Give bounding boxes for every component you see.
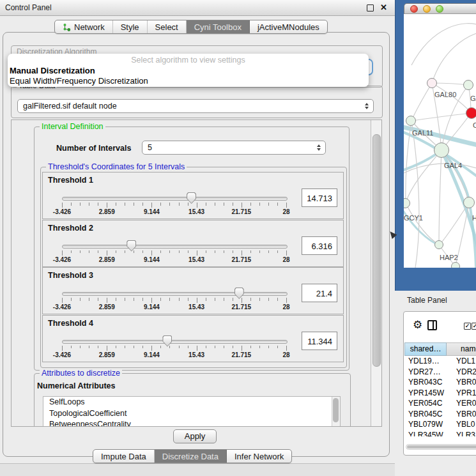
control-panel: Control Panel ✕ NetworkStyleSelectCyni T… [0, 0, 395, 476]
dropdown-option[interactable]: Manual Discretization [10, 66, 95, 75]
slider-tick-label: 2.859 [99, 256, 115, 263]
tab-cyni-toolbox[interactable]: Cyni Toolbox [187, 20, 250, 33]
network-node-gal4[interactable] [434, 142, 449, 158]
split-view-icon[interactable] [427, 320, 437, 330]
table-row[interactable]: YPR145WYPR1 [404, 388, 476, 399]
network-node-ga[interactable] [463, 80, 473, 90]
network-node-h[interactable] [463, 197, 475, 208]
threshold-panel: Threshold 2-3.4262.8599.14415.4321.71528… [42, 220, 344, 267]
node-label: C [473, 121, 476, 129]
numerical-attributes-list[interactable]: SelfLoopsTopologicalCoefficientBetweenne… [43, 396, 341, 427]
node-label: GAL4 [444, 162, 462, 169]
tab-discretize-data[interactable]: Discretize Data [155, 450, 227, 463]
column-header-name[interactable]: name [447, 342, 476, 356]
attributes-group-label: Attributes to discretize [40, 369, 122, 378]
node-label: HAP2 [440, 254, 458, 261]
mac-zoom-button[interactable] [436, 5, 443, 13]
threshold-value-field[interactable]: 11.344 [302, 332, 337, 350]
cell-shared-name: YDL19… [408, 357, 440, 365]
slider-track[interactable] [62, 340, 288, 344]
algorithm-dropdown-popup: Select algorithm to view settings Manual… [8, 54, 369, 87]
mac-minimize-button[interactable] [423, 5, 431, 13]
column-header-shared-name[interactable]: shared… [404, 342, 447, 356]
table-horizontal-scrollbar[interactable] [406, 444, 476, 450]
table-data-combobox[interactable]: galFiltered.sif default node [17, 99, 374, 113]
attributes-group: Attributes to discretize Numerical Attri… [34, 373, 351, 427]
slider-tick-label: 2.859 [99, 303, 115, 311]
checkbox-icon[interactable]: ✓ [464, 323, 471, 330]
tab-label: Select [155, 22, 178, 32]
table-row[interactable]: YDR27…YDR2 [404, 367, 476, 378]
slider-tick-label: 28 [282, 303, 289, 311]
tab-infer-network[interactable]: Infer Network [227, 450, 291, 463]
threshold-label: Threshold 2 [48, 224, 93, 233]
network-node-hap2[interactable] [434, 240, 443, 249]
tab-select[interactable]: Select [148, 20, 187, 33]
interval-definition-label: Interval Definition [40, 123, 105, 131]
slider-track[interactable] [62, 197, 288, 201]
cell-shared-name: YLR345W [408, 431, 443, 437]
network-canvas[interactable]: GAL80GACGAL11GAL4GCY1HHAP2 [404, 14, 476, 268]
slider-thumb[interactable] [234, 288, 244, 299]
tab-impute-data[interactable]: Impute Data [93, 450, 155, 463]
network-edges [404, 14, 476, 268]
table-panel-title: Table Panel [407, 296, 447, 305]
tab-network[interactable]: Network [55, 20, 113, 33]
thresholds-group: Threshold's Coordinates for 5 Intervals … [40, 167, 347, 368]
network-node-c[interactable] [466, 107, 476, 119]
dropdown-option[interactable]: Equal Width/Frequency Discretization [10, 76, 148, 86]
threshold-value-field[interactable]: 6.316 [302, 236, 337, 255]
table-row[interactable]: YBR043CYBR0 [404, 377, 476, 388]
slider-track[interactable] [62, 292, 288, 296]
network-node-gal11[interactable] [406, 116, 416, 126]
number-of-intervals-label: Number of Intervals [56, 144, 131, 153]
network-node-gal80[interactable] [427, 78, 437, 88]
checkbox-icon[interactable]: ✓ [472, 323, 476, 330]
slider-tick-label: 15.43 [188, 303, 204, 311]
spinner-arrows-icon [317, 144, 321, 151]
mac-close-button[interactable] [410, 5, 418, 13]
gear-icon[interactable]: ⚙ [413, 319, 422, 330]
attribute-list-item[interactable]: BetweennessCentrality [43, 419, 340, 427]
slider-tick-label: 21.715 [232, 208, 252, 215]
table-row[interactable]: YDL19…YDL1 [404, 356, 476, 367]
network-icon [63, 23, 71, 31]
number-of-intervals-combobox[interactable]: 5 [142, 141, 326, 155]
apply-button[interactable]: Apply [173, 429, 217, 443]
cell-shared-name: YBL079W [408, 420, 443, 429]
slider-tick-label: 2.859 [99, 208, 115, 215]
cell-shared-name: YER054C [408, 399, 442, 408]
attributes-list-scrollbar[interactable] [332, 397, 340, 427]
slider-ticks [62, 346, 286, 351]
attribute-list-item[interactable]: TopologicalCoefficient [43, 408, 340, 420]
float-window-icon[interactable] [367, 4, 374, 12]
slider-thumb[interactable] [187, 192, 196, 204]
slider-thumb[interactable] [127, 240, 136, 252]
slider-tick-label: 9.144 [144, 303, 160, 311]
slider-tick-label: 28 [282, 256, 289, 263]
table-row[interactable]: YER054CYER0 [404, 398, 476, 409]
tab-style[interactable]: Style [113, 20, 148, 33]
network-window: GAL80GACGAL11GAL4GCY1HHAP2 [404, 3, 476, 268]
table-row[interactable]: YBL079WYBL0 [404, 419, 476, 430]
settings-vertical-scrollbar[interactable] [371, 120, 381, 426]
network-node[interactable] [451, 262, 460, 268]
attribute-list-item[interactable]: SelfLoops [43, 397, 340, 408]
table-row[interactable]: YLR345WYLR3 [404, 430, 476, 437]
table-row[interactable]: YBR045CYBR0 [404, 409, 476, 420]
cell-name: YLR3 [456, 431, 475, 437]
threshold-value-field[interactable]: 14.713 [302, 188, 337, 207]
slider-tick-label: -3.426 [53, 303, 71, 311]
cell-name: YBR0 [456, 410, 476, 418]
cell-name: YBR0 [456, 378, 476, 387]
tab-label: Network [74, 22, 105, 32]
number-of-intervals-value: 5 [142, 143, 317, 152]
tab-jactivemnodules[interactable]: jActiveMNodules [250, 20, 327, 33]
slider-track[interactable] [62, 245, 288, 249]
slider-thumb[interactable] [162, 335, 172, 347]
node-label: GCY1 [404, 214, 423, 222]
close-icon[interactable]: ✕ [380, 3, 387, 12]
slider-ticks [62, 298, 286, 303]
threshold-value-field[interactable]: 21.4 [302, 284, 337, 302]
slider-tick-label: 21.715 [232, 351, 252, 358]
